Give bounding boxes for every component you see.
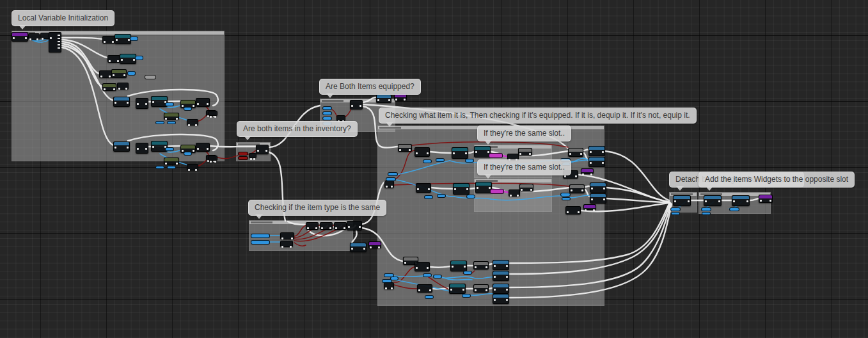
variable-pill-node[interactable] [425, 295, 434, 299]
variable-pill-node[interactable] [184, 107, 192, 111]
blueprint-node[interactable] [187, 119, 198, 125]
blueprint-node[interactable] [209, 111, 217, 116]
blueprint-node[interactable] [99, 70, 112, 78]
blueprint-node[interactable] [306, 222, 319, 230]
blueprint-node[interactable] [107, 55, 120, 63]
blueprint-node[interactable] [196, 143, 210, 152]
blueprint-node[interactable] [493, 271, 509, 281]
blueprint-node[interactable] [414, 262, 430, 271]
blueprint-node[interactable] [196, 98, 210, 107]
variable-pill-node[interactable] [489, 153, 503, 158]
blueprint-node[interactable] [102, 36, 115, 44]
blueprint-node[interactable] [398, 144, 412, 152]
blueprint-node[interactable] [449, 284, 466, 294]
variable-pill-node[interactable] [130, 36, 138, 41]
comment-bubble[interactable]: Are Both Items equipped? [319, 79, 421, 95]
variable-pill-node[interactable] [322, 111, 332, 115]
blueprint-node[interactable] [493, 260, 509, 270]
blueprint-node[interactable] [136, 143, 148, 154]
blueprint-node[interactable] [376, 94, 391, 103]
comment-bubble[interactable]: Add the items Widgets to the opposite sl… [698, 172, 855, 188]
blueprint-node[interactable] [704, 195, 722, 206]
blueprint-node[interactable] [493, 284, 509, 294]
blueprint-node[interactable] [583, 204, 596, 210]
blueprint-node[interactable] [350, 243, 367, 252]
blueprint-node[interactable] [588, 146, 605, 156]
variable-pill-node[interactable] [155, 121, 164, 124]
blueprint-node[interactable] [590, 193, 606, 204]
blueprint-node[interactable] [347, 221, 362, 230]
blueprint-node[interactable] [209, 156, 217, 161]
variable-pill-node[interactable] [155, 166, 164, 169]
blueprint-node[interactable] [136, 98, 148, 109]
blueprint-node[interactable] [280, 232, 294, 239]
blueprint-node[interactable] [280, 241, 293, 247]
blueprint-node[interactable] [417, 284, 432, 293]
blueprint-node[interactable] [256, 145, 269, 154]
variable-pill-node[interactable] [424, 195, 433, 199]
comment-bubble[interactable]: Local Variable Initialization [12, 10, 114, 26]
blueprint-graph-canvas[interactable]: Local Variable InitializationAre Both It… [0, 0, 868, 338]
variable-pill-node[interactable] [562, 197, 571, 200]
blueprint-node[interactable] [102, 83, 116, 91]
blueprint-node[interactable] [368, 241, 381, 248]
variable-pill-node[interactable] [436, 158, 445, 162]
blueprint-node[interactable] [164, 113, 179, 120]
variable-pill-node[interactable] [322, 117, 332, 120]
variable-pill-node[interactable] [165, 147, 174, 151]
blueprint-node[interactable] [450, 261, 467, 271]
comment-bubble[interactable]: Checking what item it is, Then checking … [379, 108, 697, 124]
variable-pill-node[interactable] [238, 156, 248, 160]
blueprint-node[interactable] [384, 282, 394, 289]
variable-pill-node[interactable] [671, 212, 680, 215]
blueprint-node[interactable] [113, 141, 130, 152]
blueprint-node[interactable] [518, 148, 532, 156]
variable-pill-node[interactable] [437, 194, 446, 198]
variable-pill-node[interactable] [702, 212, 711, 215]
variable-pill-node[interactable] [423, 159, 432, 163]
blueprint-node[interactable] [673, 195, 691, 206]
blueprint-node[interactable] [565, 206, 581, 214]
variable-pill-node[interactable] [251, 234, 270, 238]
blueprint-node[interactable] [117, 83, 129, 90]
comment-bubble[interactable]: Checking if the item type is the same [248, 200, 386, 216]
comment-bubble[interactable]: If they're the same slot.. [477, 125, 571, 141]
variable-pill-node[interactable] [701, 207, 711, 211]
blueprint-node[interactable] [336, 115, 345, 121]
blueprint-node[interactable] [164, 157, 179, 165]
blueprint-node[interactable] [590, 182, 606, 193]
variable-pill-node[interactable] [127, 71, 136, 76]
blueprint-node[interactable] [113, 97, 130, 107]
blueprint-node[interactable] [249, 153, 256, 158]
variable-pill-node[interactable] [465, 159, 474, 163]
variable-pill-node[interactable] [433, 275, 442, 278]
blueprint-node[interactable] [28, 33, 40, 40]
variable-pill-node[interactable] [322, 106, 332, 110]
variable-pill-node[interactable] [423, 273, 432, 277]
blueprint-node[interactable] [114, 34, 131, 44]
blueprint-node[interactable] [452, 147, 468, 159]
blueprint-node[interactable] [493, 294, 509, 304]
blueprint-node[interactable] [588, 157, 605, 167]
blueprint-node[interactable] [384, 181, 394, 188]
variable-pill-node[interactable] [145, 75, 156, 79]
variable-pill-node[interactable] [670, 207, 681, 211]
blueprint-node[interactable] [334, 222, 347, 230]
variable-pill-node[interactable] [165, 102, 174, 106]
blueprint-node[interactable] [12, 32, 28, 42]
variable-pill-node[interactable] [184, 152, 192, 156]
variable-pill-node[interactable] [167, 166, 176, 169]
blueprint-node[interactable] [509, 189, 520, 197]
variable-pill-node[interactable] [729, 207, 739, 211]
comment-bubble[interactable]: If they're the same slot.. [477, 159, 571, 175]
blueprint-node[interactable] [350, 100, 363, 109]
blueprint-node[interactable] [581, 168, 594, 174]
variable-pill-node[interactable] [135, 56, 143, 60]
blueprint-node[interactable] [568, 148, 583, 157]
variable-pill-node[interactable] [390, 277, 398, 280]
blueprint-node[interactable] [187, 164, 198, 170]
blueprint-node[interactable] [519, 184, 533, 191]
variable-pill-node[interactable] [251, 240, 270, 245]
blueprint-node[interactable] [414, 147, 430, 157]
blueprint-node[interactable] [111, 69, 127, 78]
